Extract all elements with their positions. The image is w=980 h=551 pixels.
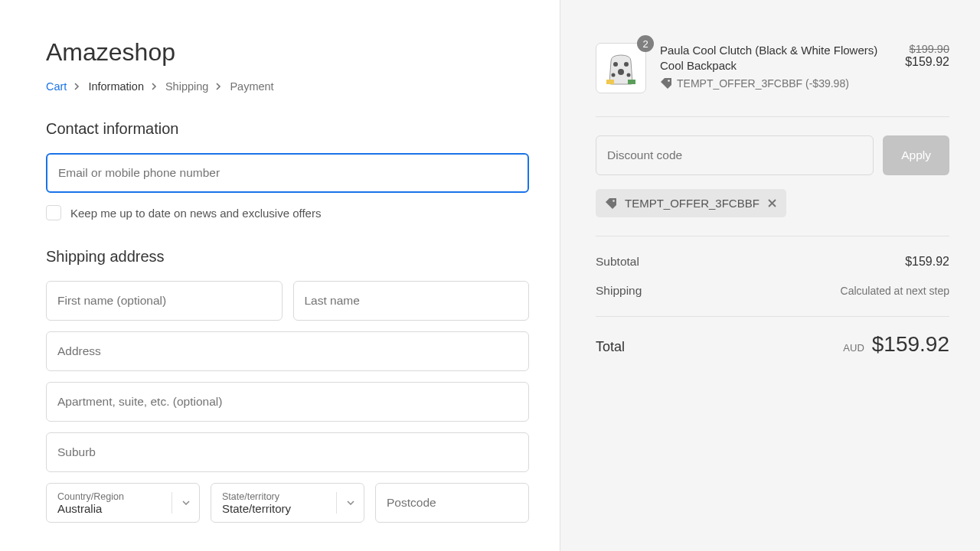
shipping-title: Shipping address [46, 248, 529, 266]
crumb-information: Information [88, 80, 144, 93]
product-discount: TEMPT_OFFER_3FCBBF (-$39.98) [660, 77, 891, 90]
qty-badge: 2 [637, 35, 654, 52]
email-field-wrap[interactable] [46, 153, 529, 193]
contact-title: Contact information [46, 120, 529, 138]
address-field[interactable]: Address [46, 331, 529, 371]
svg-point-8 [612, 200, 615, 202]
remove-discount-icon[interactable] [767, 198, 777, 208]
applied-discount-tag: TEMPT_OFFER_3FCBBF [596, 189, 786, 217]
discount-input-wrap[interactable] [596, 135, 874, 175]
shipping-value: Calculated at next step [841, 285, 949, 297]
postcode-field[interactable]: Postcode [375, 483, 529, 523]
product-title: Paula Cool Clutch (Black & White Flowers… [660, 43, 891, 74]
crumb-shipping: Shipping [165, 80, 208, 93]
state-select[interactable]: State/territory State/territory [211, 483, 364, 523]
tag-icon [605, 197, 617, 210]
svg-point-0 [613, 62, 618, 67]
svg-point-3 [612, 73, 616, 77]
brand-logo: Amazeshop [46, 38, 529, 67]
apply-button[interactable]: Apply [883, 135, 949, 175]
cart-item: 2 Paula Cool Clutch (Black & White Flowe… [596, 43, 949, 93]
chevron-right-icon [74, 83, 80, 90]
svg-point-4 [627, 73, 631, 77]
subtotal-label: Subtotal [596, 255, 639, 269]
discount-input[interactable] [607, 148, 862, 162]
country-label: Country/Region [57, 491, 188, 502]
product-thumbnail [596, 43, 646, 93]
last-name-field[interactable]: Last name [293, 281, 530, 321]
newsletter-checkbox[interactable] [46, 205, 61, 220]
country-select[interactable]: Country/Region Australia [46, 483, 200, 523]
svg-rect-5 [606, 80, 614, 84]
svg-rect-6 [628, 80, 635, 84]
total-amount: $159.92 [872, 332, 949, 357]
new-price: $159.92 [905, 55, 949, 69]
currency: AUD [843, 342, 864, 354]
newsletter-label: Keep me up to date on news and exclusive… [70, 207, 321, 220]
total-label: Total [596, 339, 625, 355]
first-name-field[interactable]: First name (optional) [46, 281, 283, 321]
old-price: $199.90 [905, 43, 949, 55]
breadcrumb: Cart Information Shipping Payment [46, 80, 529, 93]
state-label: State/territory [222, 491, 353, 502]
chevron-right-icon [216, 83, 222, 90]
svg-point-1 [624, 62, 629, 67]
applied-code: TEMPT_OFFER_3FCBBF [625, 197, 760, 210]
svg-point-2 [618, 69, 624, 75]
apartment-field[interactable]: Apartment, suite, etc. (optional) [46, 382, 529, 422]
tag-icon [660, 77, 672, 90]
state-value: State/territory [222, 502, 353, 515]
caret-down-icon [336, 492, 364, 514]
email-input[interactable] [58, 166, 517, 180]
suburb-field[interactable]: Suburb [46, 432, 529, 472]
crumb-payment: Payment [230, 80, 273, 93]
chevron-right-icon [152, 83, 158, 90]
shipping-label: Shipping [596, 284, 642, 298]
subtotal-value: $159.92 [905, 255, 949, 269]
svg-point-7 [668, 80, 670, 82]
crumb-cart[interactable]: Cart [46, 80, 67, 93]
country-value: Australia [57, 502, 188, 515]
caret-down-icon [172, 492, 199, 514]
